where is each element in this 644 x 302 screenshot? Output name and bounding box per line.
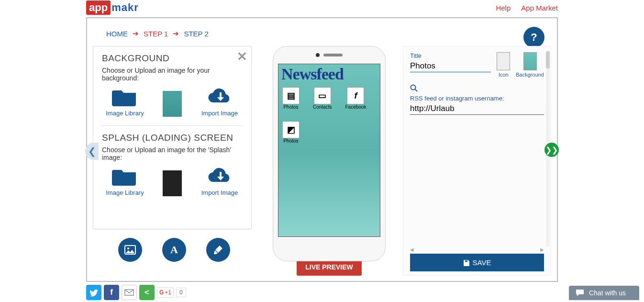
google-plus-button[interactable]: G+1 [157, 287, 174, 298]
breadcrumb-arrow-icon: ➔ [173, 29, 179, 38]
phone-frame: Newsfeed ▤Photos ▭Contacts fFacebook ◩Ph… [273, 46, 386, 261]
phone-screen: Newsfeed ▤Photos ▭Contacts fFacebook ◩Ph… [278, 64, 380, 237]
chat-label: Chat with us [589, 289, 626, 297]
background-subtitle: Choose or Upload an image for your backg… [102, 67, 243, 82]
image-library-button[interactable]: Image Library [104, 87, 146, 117]
splash-subtitle: Choose or Upload an image for the 'Splas… [102, 146, 243, 161]
breadcrumb: HOME ➔ STEP 1 ➔ STEP 2 [93, 27, 551, 40]
import-image-button[interactable]: Import Image [199, 87, 241, 117]
chat-widget[interactable]: Chat with us [569, 286, 639, 300]
title-input[interactable] [410, 60, 491, 72]
svg-line-3 [415, 89, 418, 92]
horizontal-scrollbar[interactable]: ◀▶ [410, 247, 544, 252]
app-label: Contacts [313, 104, 332, 110]
cloud-download-icon [207, 166, 233, 186]
app-icon-grid: ▤Photos ▭Contacts fFacebook ◩Photos [278, 84, 380, 146]
background-picker[interactable]: Background [516, 52, 544, 78]
app-label: Photos [283, 138, 298, 144]
facebook-icon: f [110, 288, 113, 297]
share-button[interactable]: < [139, 285, 155, 300]
splash-title: SPLASH (LOADING) SCREEN [102, 133, 243, 143]
phone-notch [316, 53, 343, 57]
picture-icon [124, 245, 136, 255]
breadcrumb-step1[interactable]: STEP 1 [144, 30, 168, 38]
gplus-label: +1 [165, 289, 171, 296]
app-icon-photos-2[interactable]: ◩Photos [282, 121, 300, 144]
current-splash-thumb[interactable] [151, 170, 193, 196]
chat-icon [576, 289, 584, 297]
background-label: Background [516, 72, 544, 78]
divider [102, 125, 243, 126]
newsfeed-title: Newsfeed [278, 64, 380, 84]
svg-point-2 [411, 85, 416, 90]
mail-icon [124, 289, 134, 296]
brush-tool-button[interactable] [206, 238, 230, 262]
rss-input[interactable] [410, 103, 544, 115]
question-icon: ? [531, 31, 537, 44]
app-tile-icon: ▤ [282, 87, 300, 104]
breadcrumb-arrow-icon: ➔ [133, 29, 139, 38]
logo[interactable]: app makr [86, 0, 139, 15]
save-button[interactable]: SAVE [410, 254, 544, 271]
current-bg-thumb[interactable] [151, 91, 193, 117]
background-card: ✕ BACKGROUND Choose or Upload an image f… [93, 46, 252, 229]
icon-thumbnail [497, 52, 510, 70]
image-library-label: Image Library [106, 110, 144, 117]
help-link[interactable]: Help [496, 4, 511, 12]
brush-icon [213, 245, 223, 255]
breadcrumb-step2[interactable]: STEP 2 [184, 30, 208, 38]
bg-thumbnail [163, 91, 182, 117]
search-icon[interactable] [410, 84, 544, 92]
twitter-icon [89, 288, 98, 297]
app-icon-contacts[interactable]: ▭Contacts [313, 87, 332, 110]
app-icon-photos[interactable]: ▤Photos [282, 87, 300, 110]
top-links: Help App Market [496, 4, 558, 12]
facebook-share-button[interactable]: f [104, 285, 119, 300]
app-market-link[interactable]: App Market [521, 4, 558, 12]
app-tile-icon: ◩ [282, 121, 300, 138]
icon-picker[interactable]: Icon [497, 52, 510, 78]
folder-icon [112, 166, 138, 186]
title-label: Title [410, 52, 491, 59]
logo-makr: makr [111, 1, 139, 14]
folder-icon [112, 87, 138, 107]
splash-image-library-button[interactable]: Image Library [104, 166, 146, 196]
app-tile-icon: f [347, 87, 364, 104]
rss-label: RSS feed or instagram username: [410, 95, 544, 102]
import-image-label: Import Image [201, 110, 238, 117]
image-library-label: Image Library [106, 189, 144, 196]
tool-circle-row: A [93, 238, 255, 262]
background-thumbnail [523, 52, 537, 70]
app-tile-icon: ▭ [314, 87, 331, 104]
email-share-button[interactable] [122, 285, 137, 300]
image-tool-button[interactable] [118, 238, 142, 262]
properties-panel: Title Icon Background RSS feed or instag… [403, 46, 551, 276]
app-icon-facebook[interactable]: fFacebook [345, 87, 366, 110]
main-panel: HOME ➔ STEP 1 ➔ STEP 2 ? ✕ BACKGROUND Ch… [86, 17, 558, 282]
social-share-row: f < G+1 0 [86, 285, 186, 300]
svg-point-1 [127, 247, 129, 249]
next-step-button[interactable]: ❯❯ [544, 143, 559, 157]
app-label: Photos [283, 104, 298, 110]
import-image-label: Import Image [201, 189, 238, 196]
app-label: Facebook [345, 104, 366, 110]
phone-camera-icon [316, 53, 320, 57]
cloud-download-icon [207, 87, 233, 107]
prev-step-button[interactable]: ❮ [85, 143, 99, 160]
phone-preview-wrap: Newsfeed ▤Photos ▭Contacts fFacebook ◩Ph… [255, 46, 403, 276]
close-icon[interactable]: ✕ [237, 49, 247, 64]
logo-app: app [86, 0, 111, 15]
icon-label: Icon [499, 72, 509, 78]
twitter-share-button[interactable] [86, 285, 101, 300]
gplus-count: 0 [176, 288, 186, 297]
phone-speaker-icon [323, 54, 343, 56]
text-tool-button[interactable]: A [162, 238, 186, 262]
help-button[interactable]: ? [523, 27, 544, 48]
background-title: BACKGROUND [102, 53, 243, 64]
splash-import-image-button[interactable]: Import Image [199, 166, 241, 196]
save-icon [463, 259, 470, 266]
breadcrumb-home[interactable]: HOME [106, 30, 128, 38]
share-icon: < [144, 288, 149, 297]
save-label: SAVE [473, 258, 491, 267]
splash-thumbnail [163, 170, 182, 196]
